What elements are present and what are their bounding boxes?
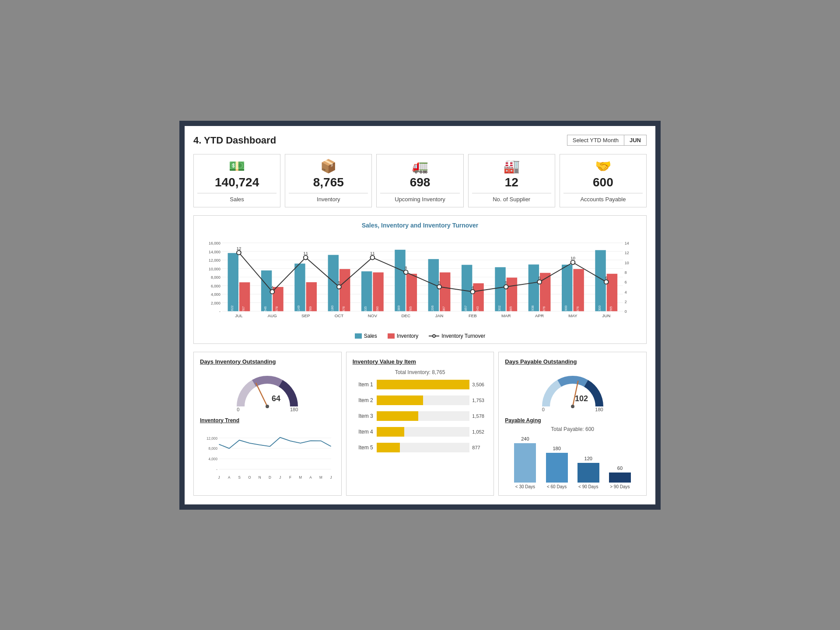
- gauge-payable-max: 180: [595, 407, 603, 412]
- item-label: Item 5: [353, 444, 377, 451]
- kpi-value-accounts_payable: 600: [564, 175, 643, 189]
- kpi-icon-inventory: 📦: [289, 160, 368, 173]
- item-label: Item 1: [353, 382, 377, 388]
- svg-text:MAY: MAY: [568, 313, 578, 318]
- svg-point-119: [604, 280, 609, 284]
- svg-text:4: 4: [625, 290, 627, 294]
- kpi-value-sales: 140,724: [197, 175, 276, 189]
- svg-text:10,938: 10,938: [531, 305, 535, 315]
- svg-text:10: 10: [570, 255, 575, 260]
- svg-text:2: 2: [625, 299, 627, 304]
- trend-svg: 4,0008,00012,000JASONDJFMAMJ-: [200, 426, 335, 483]
- item-bar: [377, 411, 419, 421]
- aging-label: < 90 Days: [578, 484, 598, 489]
- svg-text:AUG: AUG: [268, 313, 277, 318]
- header: 4. YTD Dashboard Select YTD Month JUN: [193, 135, 647, 146]
- gauge-payable-svg: 102: [538, 369, 608, 409]
- svg-text:8: 8: [625, 270, 627, 274]
- aging-bar: [546, 453, 568, 483]
- svg-text:10,900: 10,900: [564, 305, 568, 315]
- svg-text:8: 8: [405, 265, 407, 270]
- days-inventory-card: Days Inventory Outstanding 64 0 180 Inve…: [193, 352, 342, 496]
- svg-text:F: F: [289, 476, 291, 480]
- svg-text:-: -: [219, 309, 220, 314]
- kpi-row: 💵 140,724 Sales 📦 8,765 Inventory 🚛 698 …: [193, 154, 647, 207]
- kpi-card-sales: 💵 140,724 Sales: [193, 154, 280, 207]
- svg-text:4,000: 4,000: [209, 457, 218, 461]
- svg-text:10,857: 10,857: [464, 305, 468, 315]
- svg-text:D: D: [269, 476, 271, 480]
- svg-rect-58: [440, 272, 450, 311]
- kpi-icon-upcoming_inventory: 🚛: [380, 160, 459, 173]
- aging-label: > 90 Days: [610, 484, 630, 489]
- kpi-icon-accounts_payable: 🤝: [564, 160, 643, 173]
- svg-rect-36: [294, 263, 305, 311]
- svg-text:A: A: [309, 476, 312, 480]
- svg-text:OCT: OCT: [335, 313, 344, 318]
- kpi-value-no_of_supplier: 12: [472, 175, 551, 189]
- kpi-label-sales: Sales: [197, 196, 276, 203]
- aging-bar: [514, 443, 536, 483]
- svg-rect-26: [228, 253, 238, 311]
- svg-text:10: 10: [625, 260, 629, 265]
- svg-text:9,546: 9,546: [263, 306, 267, 314]
- dashboard-outer: 4. YTD Dashboard Select YTD Month JUN 💵 …: [179, 121, 661, 510]
- svg-point-99: [270, 289, 274, 294]
- svg-rect-46: [361, 271, 372, 311]
- gauge-payable-labels: 0 180: [542, 407, 603, 412]
- gauge-min-label: 0: [237, 407, 239, 412]
- svg-text:10,000: 10,000: [209, 266, 220, 271]
- item-bar: [377, 396, 423, 405]
- svg-text:11,149: 11,149: [297, 305, 301, 315]
- inventory-value-title: Inventory Value by Item: [353, 358, 488, 365]
- item-value: 1,052: [472, 429, 487, 434]
- svg-text:11: 11: [303, 250, 308, 255]
- main-chart-svg: -2,0004,0006,0008,00010,00012,00014,0001…: [200, 233, 640, 329]
- item-value: 1,753: [472, 398, 487, 403]
- svg-text:14,300: 14,300: [598, 305, 602, 315]
- svg-point-111: [470, 289, 475, 294]
- item-bar-bg: [377, 380, 470, 389]
- kpi-value-inventory: 8,765: [289, 175, 368, 189]
- item-value: 3,506: [472, 382, 487, 387]
- svg-text:12: 12: [625, 251, 629, 255]
- svg-text:SEP: SEP: [301, 313, 310, 318]
- svg-line-121: [256, 383, 267, 406]
- svg-text:N: N: [259, 476, 261, 480]
- inventory-trend-title: Inventory Trend: [200, 417, 335, 424]
- svg-text:6: 6: [625, 280, 627, 284]
- kpi-card-accounts_payable: 🤝 600 Accounts Payable: [560, 154, 647, 207]
- payable-total-label: Total Payable: 600: [505, 426, 640, 432]
- svg-text:14,000: 14,000: [209, 249, 220, 254]
- ytd-month-label[interactable]: Select YTD Month: [567, 135, 624, 146]
- gauge-inventory-labels: 0 180: [237, 407, 298, 412]
- svg-text:S: S: [238, 476, 241, 480]
- legend-inventory-box: [388, 333, 395, 339]
- svg-text:6: 6: [605, 275, 607, 280]
- dashboard-inner: 4. YTD Dashboard Select YTD Month JUN 💵 …: [185, 126, 655, 504]
- aging-label: < 60 Days: [547, 484, 567, 489]
- aging-value: 120: [584, 456, 592, 461]
- svg-rect-68: [507, 277, 517, 311]
- kpi-card-upcoming_inventory: 🚛 698 Upcoming Inventory: [376, 154, 463, 207]
- kpi-icon-no_of_supplier: 🏭: [472, 160, 551, 173]
- aging-col: 120 < 90 Days: [578, 456, 599, 489]
- days-payable-gauge: 102 0 180: [505, 369, 640, 412]
- svg-text:J: J: [218, 476, 220, 480]
- svg-text:12: 12: [237, 245, 242, 250]
- svg-rect-83: [607, 273, 617, 311]
- svg-rect-66: [495, 267, 505, 311]
- svg-text:4: 4: [271, 284, 274, 289]
- svg-text:-: -: [216, 468, 217, 472]
- svg-text:16,000: 16,000: [209, 241, 220, 245]
- svg-text:4,000: 4,000: [211, 292, 220, 297]
- svg-text:O: O: [248, 476, 251, 480]
- svg-text:8,000: 8,000: [209, 447, 218, 451]
- svg-text:13,622: 13,622: [230, 305, 234, 315]
- aging-label: < 30 Days: [515, 484, 535, 489]
- kpi-label-inventory: Inventory: [289, 196, 368, 203]
- svg-point-103: [337, 284, 341, 289]
- ytd-month-value[interactable]: JUN: [624, 135, 647, 146]
- svg-text:10,302: 10,302: [497, 305, 501, 315]
- item-bar: [377, 380, 470, 389]
